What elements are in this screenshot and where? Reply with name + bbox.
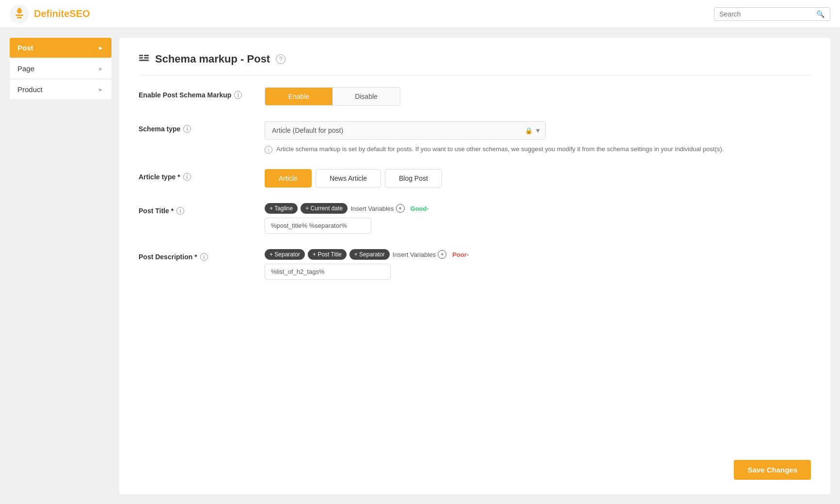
current-date-chip[interactable]: + Current date <box>301 203 348 214</box>
search-box[interactable]: 🔍 <box>714 7 830 21</box>
schema-type-select[interactable]: Article (Default for post) <box>265 121 546 140</box>
save-changes-button[interactable]: Save Changes <box>734 460 811 480</box>
search-input[interactable] <box>719 10 816 18</box>
main-layout: Post ► Page ► Product ► Schema <box>0 28 840 504</box>
article-type-btn-news-article[interactable]: News Article <box>316 169 381 188</box>
svg-rect-5 <box>139 55 143 56</box>
article-type-btn-article[interactable]: Article <box>265 169 312 188</box>
post-description-status: Poor- <box>452 251 469 258</box>
post-title-info-icon[interactable]: i <box>176 207 184 215</box>
schema-type-info-icon[interactable]: i <box>183 125 191 133</box>
schema-markup-icon <box>139 52 149 65</box>
logo-text: DefiniteSEO <box>34 8 90 19</box>
post-title-value-input[interactable] <box>265 218 371 234</box>
post-title-row: Post Title * i + Tagline + Current date … <box>139 203 811 234</box>
svg-rect-6 <box>139 57 143 59</box>
article-type-label: Article type * i <box>139 173 265 181</box>
post-title-controls: + Tagline + Current date Insert Variable… <box>265 203 811 234</box>
separator-chip[interactable]: + Separator <box>265 249 305 260</box>
logo-area: DefiniteSEO <box>10 4 90 24</box>
post-description-controls: + Separator + Post Title + Separator Ins… <box>265 249 811 280</box>
enable-schema-label-col: Enable Post Schema Markup i <box>139 87 265 99</box>
search-icon: 🔍 <box>816 10 824 18</box>
article-type-label-col: Article type * i <box>139 169 265 181</box>
article-type-btn-blog-post[interactable]: Blog Post <box>385 169 442 188</box>
sidebar-item-page[interactable]: Page ► <box>10 59 111 79</box>
schema-select-icons: 🔒 ▼ <box>525 127 541 134</box>
schema-info-note: i Article schema markup is set by defaul… <box>265 145 811 154</box>
sidebar: Post ► Page ► Product ► <box>10 38 111 494</box>
post-description-value-input[interactable] <box>265 264 391 280</box>
post-description-row: Post Description * i + Separator + Post … <box>139 249 811 280</box>
lock-icon: 🔒 <box>525 127 533 134</box>
post-title-label-col: Post Title * i <box>139 203 265 215</box>
content-area: Schema markup - Post ? Enable Post Schem… <box>119 38 830 494</box>
chevron-down-icon: ▼ <box>535 127 541 134</box>
post-desc-insert-variables-btn[interactable]: Insert Variables + <box>393 250 446 259</box>
schema-type-select-wrapper: Article (Default for post) 🔒 ▼ <box>265 121 546 140</box>
post-description-info-icon[interactable]: i <box>200 253 208 261</box>
enable-schema-label: Enable Post Schema Markup i <box>139 91 265 99</box>
separator2-chip[interactable]: + Separator <box>349 249 390 260</box>
post-description-chips-row: + Separator + Post Title + Separator Ins… <box>265 249 811 260</box>
logo-icon <box>10 4 29 24</box>
sidebar-item-post[interactable]: Post ► <box>10 38 111 58</box>
schema-type-label: Schema type i <box>139 125 265 133</box>
schema-type-label-col: Schema type i <box>139 121 265 133</box>
sidebar-arrow-post: ► <box>98 45 104 51</box>
enable-button[interactable]: Enable <box>265 88 333 105</box>
sidebar-item-label: Post <box>17 44 33 52</box>
svg-rect-3 <box>17 17 22 18</box>
page-title-row: Schema markup - Post ? <box>139 52 811 76</box>
svg-point-0 <box>10 4 29 24</box>
post-title-chips-row: + Tagline + Current date Insert Variable… <box>265 203 811 214</box>
schema-note-info-icon: i <box>265 146 272 154</box>
post-title-area: + Tagline + Current date Insert Variable… <box>265 203 811 234</box>
insert-variables-plus-icon: + <box>396 204 405 213</box>
post-description-label: Post Description * i <box>139 253 265 261</box>
svg-rect-8 <box>144 57 149 59</box>
enable-schema-controls: Enable Disable <box>265 87 811 106</box>
enable-disable-toggle: Enable Disable <box>265 87 400 106</box>
post-title-status: Good- <box>411 205 429 212</box>
article-type-info-icon[interactable]: i <box>183 173 191 181</box>
disable-button[interactable]: Disable <box>333 88 400 105</box>
tagline-chip[interactable]: + Tagline <box>265 203 298 214</box>
enable-schema-row: Enable Post Schema Markup i Enable Disab… <box>139 87 811 106</box>
article-type-grid: Article News Article Blog Post <box>265 169 459 188</box>
sidebar-arrow-page: ► <box>98 65 104 72</box>
article-type-row: Article type * i Article News Article Bl… <box>139 169 811 188</box>
svg-rect-9 <box>139 60 149 61</box>
enable-schema-info-icon[interactable]: i <box>234 91 242 99</box>
post-title-insert-variables-btn[interactable]: Insert Variables + <box>350 204 404 213</box>
svg-rect-2 <box>16 15 23 16</box>
header: DefiniteSEO 🔍 <box>0 0 840 28</box>
schema-type-controls: Article (Default for post) 🔒 ▼ i Article… <box>265 121 811 154</box>
post-desc-insert-plus-icon: + <box>438 250 446 259</box>
sidebar-item-label: Product <box>17 85 43 94</box>
sidebar-item-product[interactable]: Product ► <box>10 79 111 99</box>
save-btn-row: Save Changes <box>734 460 811 480</box>
svg-point-4 <box>18 8 21 11</box>
post-title-chip[interactable]: + Post Title <box>308 249 347 260</box>
post-description-area: + Separator + Post Title + Separator Ins… <box>265 249 811 280</box>
sidebar-item-label: Page <box>17 64 34 73</box>
svg-rect-7 <box>144 55 149 56</box>
article-type-controls: Article News Article Blog Post <box>265 169 811 188</box>
page-title: Schema markup - Post <box>155 53 270 65</box>
schema-type-row: Schema type i Article (Default for post)… <box>139 121 811 154</box>
post-title-label: Post Title * i <box>139 207 265 215</box>
post-description-label-col: Post Description * i <box>139 249 265 261</box>
page-title-help-icon[interactable]: ? <box>276 54 285 64</box>
sidebar-arrow-product: ► <box>98 86 104 93</box>
